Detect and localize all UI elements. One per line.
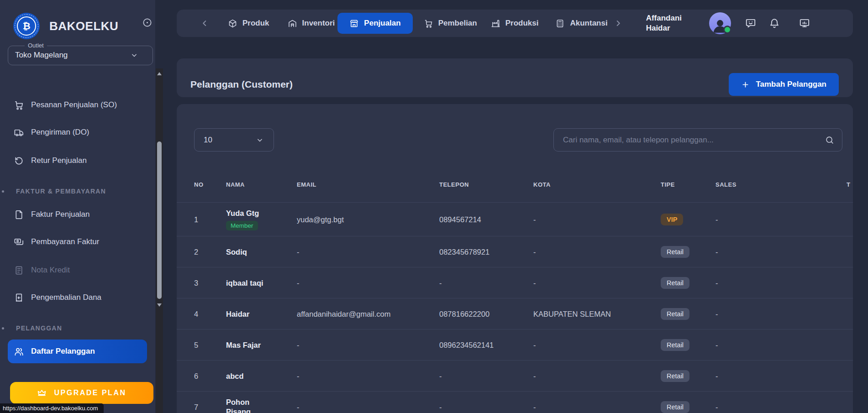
- cell-telepon: 087816622200: [439, 309, 489, 318]
- sidebar-item-label: Faktur Penjualan: [31, 210, 90, 219]
- tab-label: Penjualan: [364, 19, 400, 28]
- cell-tipe: Retail: [661, 277, 689, 289]
- tipe-badge: Retail: [661, 370, 689, 382]
- cart-icon: [14, 100, 24, 110]
- member-badge: Member: [226, 221, 258, 230]
- outlet-select[interactable]: Outlet Toko Magelang: [8, 46, 153, 65]
- nav-scroll-right-icon[interactable]: [613, 18, 623, 28]
- warehouse-icon: [288, 19, 297, 28]
- cell-kota: KABUPATEN SLEMAN: [533, 309, 611, 318]
- rotate-icon: [14, 156, 24, 166]
- tab-pembelian[interactable]: Pembelian: [424, 13, 477, 34]
- sidebar-item-pembayaran-faktur[interactable]: Pembayaran Faktur: [0, 228, 155, 256]
- calc-icon: [555, 19, 565, 28]
- sidebar-item-faktur-penjualan[interactable]: Faktur Penjualan: [0, 201, 155, 228]
- tab-produk[interactable]: Produk: [228, 13, 269, 34]
- chat-feedback-icon[interactable]: [745, 17, 757, 29]
- add-customer-button[interactable]: Tambah Pelanggan: [729, 73, 839, 96]
- sidebar-item-label: Pesanan Penjualan (SO): [31, 100, 117, 110]
- cell-tipe: Retail: [661, 401, 689, 413]
- nav-scroll-left-icon[interactable]: [200, 18, 210, 28]
- cell-telepon: 0896234562141: [439, 340, 494, 349]
- tipe-badge: Retail: [661, 339, 689, 351]
- customer-name: Sodiq: [226, 247, 269, 256]
- table-row[interactable]: 7Pohon Pisang---Retail-: [177, 391, 853, 413]
- sidebar-scrollbar[interactable]: [156, 68, 163, 413]
- tab-akuntansi[interactable]: Akuntansi: [555, 13, 607, 34]
- cell-kota: -: [533, 371, 536, 380]
- user-name-line1: Affandani: [646, 13, 682, 23]
- table-row[interactable]: 4Haidaraffandanihaidar@gmail.com08781662…: [177, 298, 853, 329]
- tab-inventori[interactable]: Inventori: [288, 13, 335, 34]
- cell-sales: -: [715, 340, 718, 349]
- cell-tipe: Retail: [661, 370, 689, 382]
- cell-email: -: [297, 371, 300, 380]
- cell-nama: Yuda GtgMember: [226, 209, 269, 230]
- tab-penjualan[interactable]: Penjualan: [337, 13, 412, 34]
- customer-name: Pohon Pisang: [226, 397, 269, 413]
- chevron-down-icon: [130, 51, 139, 60]
- cell-no: 1: [194, 215, 198, 224]
- sidebar-item-pengiriman-do[interactable]: Pengiriman (DO): [0, 119, 155, 146]
- sidebar-item-pengembalian-dana[interactable]: Pengembalian Dana: [0, 284, 155, 311]
- cell-no: 3: [194, 278, 198, 287]
- section-bullet-icon: [2, 327, 4, 329]
- sidebar-item-label: Pengiriman (DO): [31, 128, 89, 137]
- sidebar-item-nota-kredit[interactable]: Nota Kredit: [0, 256, 155, 284]
- add-customer-label: Tambah Pelanggan: [756, 80, 826, 89]
- column-header-t: T: [847, 181, 850, 188]
- customer-name: abcd: [226, 371, 269, 381]
- chevron-down-icon: [255, 136, 264, 145]
- table-header-row: NONAMAEMAILTELEPONKOTATIPESALEST: [177, 167, 853, 202]
- notifications-bell-icon[interactable]: [768, 17, 780, 29]
- sidebar-item-pesanan-penjualan-so[interactable]: Pesanan Penjualan (SO): [0, 91, 155, 119]
- cell-no: 4: [194, 309, 198, 318]
- factory-icon: [491, 19, 500, 28]
- cell-email: -: [297, 247, 300, 256]
- cell-sales: -: [715, 278, 718, 287]
- cell-tipe: Retail: [661, 308, 689, 320]
- module-tabs: ProdukInventoriPenjualanPembelianProduks…: [210, 13, 608, 34]
- truck-icon: [14, 127, 24, 138]
- table-row[interactable]: 1Yuda GtgMemberyuda@gtg.bgt0894567214-VI…: [177, 202, 853, 236]
- sidebar-collapse-icon[interactable]: [142, 17, 153, 28]
- page-title: Pelanggan (Customer): [190, 79, 293, 90]
- file-icon: [14, 209, 24, 220]
- cell-kota: -: [533, 278, 536, 287]
- sidebar-item-label: Pembayaran Faktur: [31, 237, 99, 246]
- tipe-badge: Retail: [661, 277, 689, 289]
- table-row[interactable]: 5Mas Fajar-0896234562141-Retail-: [177, 329, 853, 360]
- tab-label: Produk: [242, 19, 269, 28]
- sidebar-item-daftar-pelanggan[interactable]: Daftar Pelanggan: [8, 340, 147, 363]
- scroll-down-arrow[interactable]: [157, 303, 162, 307]
- cell-sales: -: [715, 371, 718, 380]
- plus-icon: [741, 80, 750, 89]
- column-header-no: NO: [194, 181, 204, 188]
- scroll-up-arrow[interactable]: [157, 72, 162, 75]
- display-monitor-icon[interactable]: [799, 17, 810, 29]
- cell-sales: -: [715, 309, 718, 318]
- brand: ₿ BAKOELKU: [13, 13, 118, 39]
- column-header-nama: NAMA: [226, 181, 245, 188]
- tipe-badge: Retail: [661, 401, 689, 413]
- cell-kota: -: [533, 215, 536, 224]
- sidebar-item-retur-penjualan[interactable]: Retur Penjualan: [0, 147, 155, 174]
- cell-no: 6: [194, 371, 198, 380]
- sidebar-item-label: Retur Penjualan: [31, 156, 87, 165]
- user-avatar[interactable]: [709, 12, 731, 34]
- section-label: PELANGGAN: [16, 324, 62, 332]
- cell-kota: -: [533, 340, 536, 349]
- cell-sales: -: [715, 247, 718, 256]
- table-row[interactable]: 6abcd---Retail-: [177, 360, 853, 391]
- tipe-badge: Retail: [661, 246, 689, 258]
- page-size-select[interactable]: 10: [194, 128, 274, 152]
- upgrade-plan-button[interactable]: UPGRADE PLAN: [10, 382, 153, 404]
- search-icon[interactable]: [825, 135, 835, 145]
- customer-search-input[interactable]: [562, 135, 825, 145]
- table-row[interactable]: 2Sodiq-082345678921-Retail-: [177, 236, 853, 267]
- table-row[interactable]: 3iqbaal taqi---Retail-: [177, 267, 853, 298]
- cell-kota: -: [533, 247, 536, 256]
- cell-email: -: [297, 340, 300, 349]
- tab-produksi[interactable]: Produksi: [491, 13, 539, 34]
- scrollbar-thumb[interactable]: [157, 141, 162, 299]
